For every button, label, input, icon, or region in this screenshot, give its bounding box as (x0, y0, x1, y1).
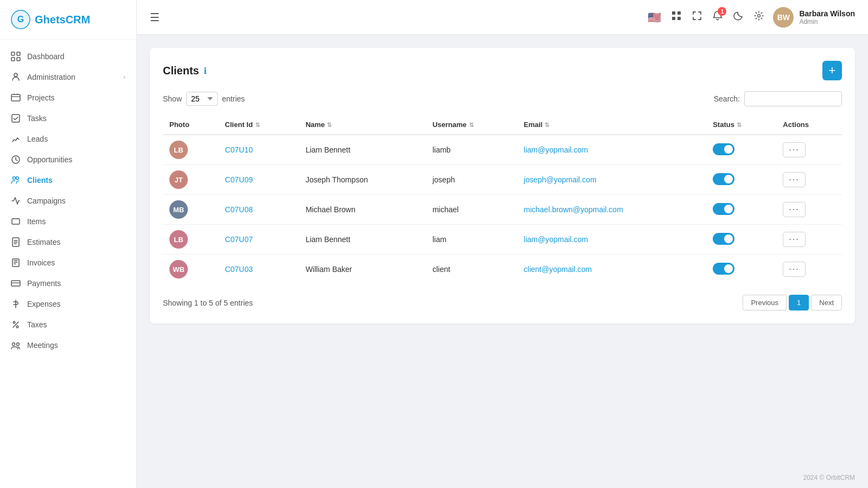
actions-menu-button-3[interactable]: ··· (783, 232, 805, 247)
client-id-link-4[interactable]: C07U03 (225, 265, 252, 274)
card-title-row: Clients ℹ (163, 65, 207, 77)
sidebar-label-clients: Clients (27, 176, 53, 185)
cell-status-2[interactable] (706, 195, 776, 225)
col-header-client_id[interactable]: Client Id⇅ (218, 115, 299, 135)
page-1-button[interactable]: 1 (789, 295, 809, 310)
chevron-right-icon: › (123, 73, 125, 81)
cell-name-0: Liam Bennett (299, 135, 426, 165)
cell-actions-4[interactable]: ··· (776, 255, 842, 284)
avatar: BW (773, 7, 794, 28)
cell-status-3[interactable] (706, 225, 776, 255)
sidebar-item-projects[interactable]: Projects (0, 87, 136, 108)
cell-client-id-3[interactable]: C07U07 (218, 225, 299, 255)
next-button[interactable]: Next (811, 295, 842, 310)
toggle-track (713, 233, 734, 245)
cell-client-id-1[interactable]: C07U09 (218, 165, 299, 195)
user-profile[interactable]: BW Barbara Wilson Admin (773, 7, 855, 28)
cell-email-1[interactable]: joseph@yopmail.com (517, 165, 706, 195)
cell-email-0[interactable]: liam@yopmail.com (517, 135, 706, 165)
col-header-username[interactable]: Username⇅ (426, 115, 517, 135)
tasks-icon (11, 113, 21, 123)
invoices-icon (11, 258, 21, 268)
cell-actions-2[interactable]: ··· (776, 195, 842, 225)
email-link-1[interactable]: joseph@yopmail.com (524, 175, 597, 184)
status-toggle-4[interactable] (713, 263, 734, 275)
sidebar-item-meetings[interactable]: Meetings (0, 335, 136, 356)
svg-rect-12 (12, 219, 20, 224)
previous-button[interactable]: Previous (743, 295, 787, 310)
notifications-icon[interactable]: 1 (712, 10, 723, 24)
status-toggle-0[interactable] (713, 143, 734, 155)
avatar: WB (169, 260, 188, 278)
status-toggle-3[interactable] (713, 233, 734, 245)
dark-mode-icon[interactable] (733, 10, 744, 24)
sidebar-item-expenses[interactable]: Expenses (0, 294, 136, 314)
cell-email-2[interactable]: michael.brown@yopmail.com (517, 195, 706, 225)
col-header-email[interactable]: Email⇅ (517, 115, 706, 135)
add-client-button[interactable]: + (822, 61, 842, 80)
sidebar-item-payments[interactable]: Payments (0, 273, 136, 294)
actions-menu-button-0[interactable]: ··· (783, 142, 805, 157)
sidebar-item-clients[interactable]: Clients (0, 170, 136, 191)
info-icon[interactable]: ℹ (204, 66, 207, 76)
sidebar-item-dashboard[interactable]: Dashboard (0, 46, 136, 67)
client-id-link-0[interactable]: C07U10 (225, 145, 252, 154)
col-header-name[interactable]: Name⇅ (299, 115, 426, 135)
settings-gear-icon[interactable] (753, 10, 764, 24)
search-label: Search: (714, 94, 740, 103)
showing-text: Showing 1 to 5 of 5 entries (163, 299, 253, 307)
cell-email-4[interactable]: client@yopmail.com (517, 255, 706, 284)
cell-client-id-2[interactable]: C07U08 (218, 195, 299, 225)
sidebar-item-taxes[interactable]: Taxes (0, 314, 136, 335)
cell-actions-3[interactable]: ··· (776, 225, 842, 255)
cell-photo-3: LB (163, 225, 218, 255)
fullscreen-icon[interactable] (692, 10, 702, 24)
sort-icon-status: ⇅ (737, 122, 742, 128)
svg-rect-23 (677, 17, 681, 20)
toggle-track (713, 203, 734, 215)
client-id-link-2[interactable]: C07U08 (225, 205, 252, 214)
svg-point-18 (12, 343, 15, 346)
sidebar-item-tasks[interactable]: Tasks (0, 108, 136, 129)
items-icon (11, 217, 21, 226)
col-header-status[interactable]: Status⇅ (706, 115, 776, 135)
table-row: LBC07U07Liam Bennettliamliam@yopmail.com… (163, 225, 842, 255)
sidebar-item-items[interactable]: Items (0, 211, 136, 232)
cell-status-1[interactable] (706, 165, 776, 195)
sidebar-item-administration[interactable]: Administration› (0, 67, 136, 87)
user-name: Barbara Wilson (799, 9, 855, 18)
email-link-2[interactable]: michael.brown@yopmail.com (524, 205, 623, 214)
language-flag-icon[interactable]: 🇺🇸 (648, 11, 661, 24)
cell-client-id-4[interactable]: C07U03 (218, 255, 299, 284)
cell-actions-0[interactable]: ··· (776, 135, 842, 165)
sidebar-item-invoices[interactable]: Invoices (0, 252, 136, 273)
email-link-3[interactable]: liam@yopmail.com (524, 235, 588, 244)
sidebar-item-leads[interactable]: Leads (0, 129, 136, 149)
cell-status-0[interactable] (706, 135, 776, 165)
actions-menu-button-1[interactable]: ··· (783, 172, 805, 187)
sidebar-item-estimates[interactable]: Estimates (0, 232, 136, 252)
header-row: PhotoClient Id⇅Name⇅Username⇅Email⇅Statu… (163, 115, 842, 135)
cell-actions-1[interactable]: ··· (776, 165, 842, 195)
expenses-icon (11, 299, 21, 309)
hamburger-button[interactable]: ☰ (150, 11, 160, 24)
client-id-link-3[interactable]: C07U07 (225, 235, 252, 244)
svg-rect-14 (12, 259, 19, 267)
actions-menu-button-2[interactable]: ··· (783, 202, 805, 217)
sidebar-label-payments: Payments (27, 279, 61, 288)
cell-client-id-0[interactable]: C07U10 (218, 135, 299, 165)
apps-grid-icon[interactable] (671, 10, 682, 24)
cell-status-4[interactable] (706, 255, 776, 284)
actions-menu-button-4[interactable]: ··· (783, 262, 805, 277)
sidebar-item-opportunities[interactable]: Opportunities (0, 149, 136, 170)
email-link-4[interactable]: client@yopmail.com (524, 265, 592, 274)
cell-email-3[interactable]: liam@yopmail.com (517, 225, 706, 255)
entries-per-page-select[interactable]: 102550100 (186, 92, 218, 106)
clients-table: PhotoClient Id⇅Name⇅Username⇅Email⇅Statu… (163, 115, 842, 284)
search-input[interactable] (744, 91, 842, 106)
client-id-link-1[interactable]: C07U09 (225, 175, 252, 184)
sidebar-item-campaigns[interactable]: Campaigns (0, 191, 136, 211)
email-link-0[interactable]: liam@yopmail.com (524, 145, 588, 154)
status-toggle-1[interactable] (713, 173, 734, 185)
status-toggle-2[interactable] (713, 203, 734, 215)
